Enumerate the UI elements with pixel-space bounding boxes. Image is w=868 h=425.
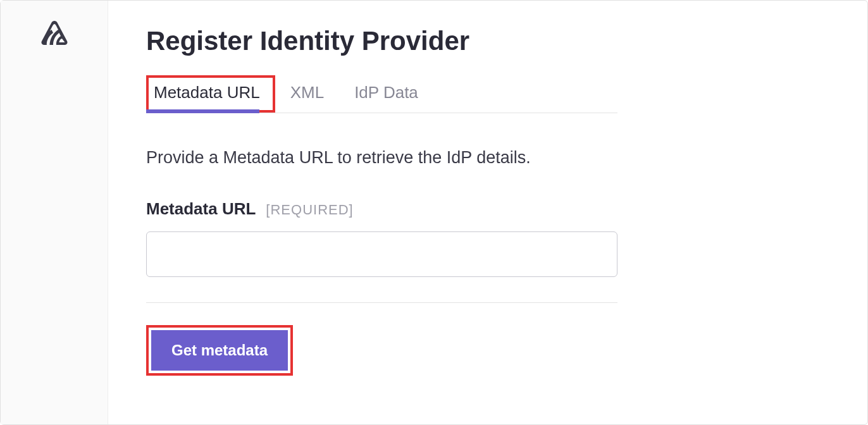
form-description: Provide a Metadata URL to retrieve the I… [146,148,829,168]
tab-label: Metadata URL [154,83,260,102]
tabs-nav: Metadata URL XML IdP Data [146,75,617,113]
submit-button-highlight: Get metadata [146,325,293,376]
divider [146,302,617,303]
tab-label: IdP Data [354,83,418,102]
sidebar [1,1,108,424]
required-indicator: [REQUIRED] [266,202,353,218]
tab-xml[interactable]: XML [275,75,339,113]
tab-label: XML [290,83,324,102]
metadata-url-input[interactable] [146,231,617,277]
metadata-url-label: Metadata URL [146,199,256,219]
tab-idp-data[interactable]: IdP Data [339,75,433,113]
tab-metadata-url[interactable]: Metadata URL [146,75,275,113]
main-content: Register Identity Provider Metadata URL … [108,1,867,424]
app-container: Register Identity Provider Metadata URL … [0,0,868,425]
field-label-row: Metadata URL [REQUIRED] [146,199,829,219]
page-title: Register Identity Provider [146,26,829,56]
sentry-logo-icon [39,20,70,50]
get-metadata-button[interactable]: Get metadata [151,330,288,371]
